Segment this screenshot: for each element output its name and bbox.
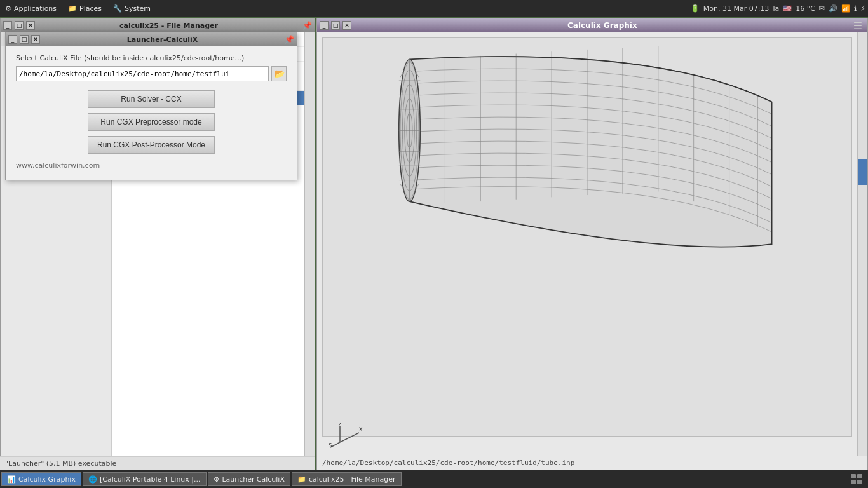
close-button[interactable]: ✕ (26, 21, 35, 30)
run-cgx-preprocess-button[interactable]: Run CGX Preprocessor mode (88, 113, 215, 131)
browser-taskbar-icon: 🌐 (88, 475, 97, 484)
system-icon: 🔧 (113, 4, 122, 13)
cgx-mesh-container (322, 37, 852, 437)
flag-icon: 🇺🇸 (783, 4, 792, 13)
cgx-footer: /home/la/Desktop/calculix25/cde-root/hom… (317, 456, 867, 470)
dialog-buttons: Run Solver - CCX Run CGX Preprocessor mo… (16, 90, 287, 154)
file-input-row: 📂 (16, 66, 287, 81)
datetime-label: Mon, 31 Mar 07:13 (703, 4, 770, 13)
svg-text:S: S (329, 442, 332, 449)
launcher-taskbar-icon: ⚙ (214, 475, 220, 484)
temperature-label: 16 °C (796, 4, 815, 13)
cgx-close-button[interactable]: ✕ (342, 21, 351, 30)
taskbar-browser-button[interactable]: 🌐 [CalculiX Portable 4 Linux |... (83, 472, 207, 486)
mesh-svg (323, 38, 851, 436)
cgx-scrollbar-right[interactable] (857, 32, 867, 456)
run-cgx-postprocess-button[interactable]: Run CGX Post-Processor Mode (88, 136, 215, 154)
pin-icon: 📌 (302, 21, 312, 30)
taskbar-right (850, 473, 867, 485)
battery-icon: 🔋 (691, 4, 700, 13)
taskbar-bottom: 📊 Calculix Graphix 🌐 [CalculiX Portable … (0, 470, 868, 488)
power-icon: ⚡ (860, 4, 865, 13)
top-menu: ⚙ Applications 📁 Places 🔧 System (0, 3, 156, 14)
wifi-icon: 📶 (841, 4, 850, 13)
fm-taskbar-icon: 📁 (297, 475, 306, 484)
svg-line-28 (340, 433, 359, 442)
launcher-label: Select CalculiX File (should be inside c… (16, 54, 287, 62)
cgx-path: /home/la/Desktop/calculix25/cde-root/hom… (322, 459, 574, 467)
cgx-menu-icon[interactable]: ☰ (853, 20, 865, 32)
cgx-window: _ □ ✕ Calculix Graphix ☰ (316, 18, 868, 470)
maximize-button[interactable]: □ (15, 21, 24, 30)
system-menu[interactable]: 🔧 System (108, 3, 156, 14)
taskbar-launcher-button[interactable]: ⚙ Launcher-CalculiX (208, 472, 290, 486)
taskbar-cgx-button[interactable]: 📊 Calculix Graphix (1, 472, 81, 486)
svg-rect-35 (857, 474, 862, 478)
notification-icon: ℹ (854, 4, 857, 13)
cgx-coords: X Z S (327, 423, 365, 451)
cgx-title: Calculix Graphix (354, 21, 851, 30)
run-solver-button[interactable]: Run Solver - CCX (88, 90, 215, 108)
scrollbar-thumb[interactable] (858, 159, 867, 185)
cgx-minimize-button[interactable]: _ (320, 21, 329, 30)
minimize-button[interactable]: _ (3, 21, 12, 30)
status-bar: "Launcher" (5.1 MB) executable (0, 456, 315, 470)
launcher-titlebar: _ □ ✕ Launcher-CalculiX 📌 (6, 32, 297, 46)
svg-rect-36 (851, 480, 856, 484)
browse-button[interactable]: 📂 (271, 66, 287, 81)
cgx-content: X Z S (317, 32, 867, 456)
cgx-taskbar-icon: 📊 (7, 475, 16, 484)
taskbar-filemanager-button[interactable]: 📁 calculix25 - File Manager (292, 472, 402, 486)
svg-rect-34 (851, 474, 856, 478)
file-manager-scrollbar[interactable] (304, 32, 315, 470)
launcher-title: Launcher-CalculiX (43, 36, 282, 44)
launcher-body: Select CalculiX File (should be inside c… (6, 46, 297, 180)
file-path-input[interactable] (16, 66, 269, 81)
mail-icon: ✉ (819, 4, 825, 13)
launcher-footer: www.calculixforwin.com (16, 161, 287, 170)
cgx-titlebar: _ □ ✕ Calculix Graphix ☰ (317, 18, 867, 32)
launcher-dialog: _ □ ✕ Launcher-CalculiX 📌 Select Calculi… (5, 32, 297, 180)
applications-icon: ⚙ (5, 4, 11, 13)
taskbar-top: ⚙ Applications 📁 Places 🔧 System 🔋 Mon, … (0, 0, 868, 17)
places-icon: 📁 (68, 4, 77, 13)
file-manager-titlebar: _ □ ✕ calculix25 - File Manager 📌 (1, 18, 315, 32)
svg-text:X: X (359, 426, 363, 433)
applications-menu[interactable]: ⚙ Applications (0, 3, 62, 14)
svg-rect-37 (857, 480, 862, 484)
keyboard-layout: la (773, 4, 779, 13)
file-manager-title: calculix25 - File Manager (37, 22, 300, 30)
places-menu[interactable]: 📁 Places (63, 3, 107, 14)
cgx-maximize-button[interactable]: □ (331, 21, 340, 30)
svg-text:Z: Z (338, 423, 342, 428)
dialog-minimize-button[interactable]: _ (8, 35, 17, 44)
dialog-maximize-button[interactable]: □ (20, 35, 29, 44)
pin-icon: 📌 (285, 35, 294, 44)
status-text: "Launcher" (5.1 MB) executable (5, 459, 116, 468)
volume-icon: 🔊 (829, 4, 837, 13)
cgx-viewport[interactable]: X Z S (317, 32, 857, 456)
taskbar-grid-icon (850, 473, 863, 485)
system-tray: 🔋 Mon, 31 Mar 07:13 la 🇺🇸 16 °C ✉ 🔊 📶 ℹ … (691, 4, 868, 13)
dialog-close-button[interactable]: ✕ (31, 35, 40, 44)
